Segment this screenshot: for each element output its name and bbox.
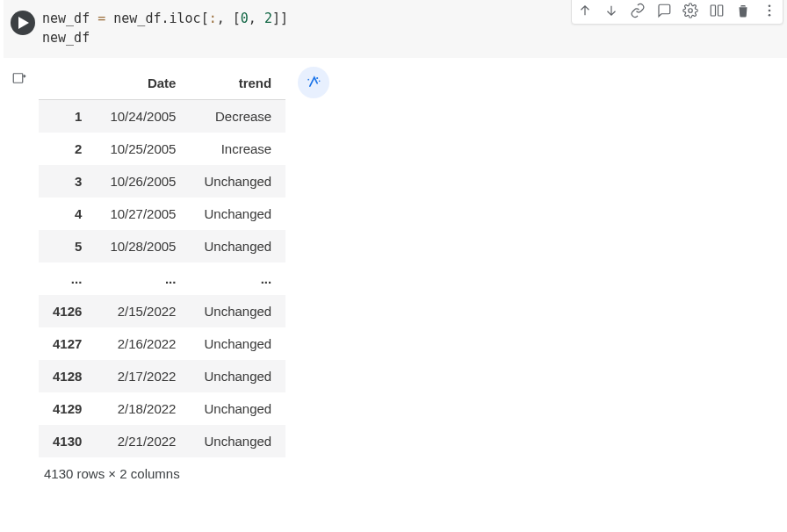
more-button[interactable] — [756, 0, 783, 24]
mirror-button[interactable] — [704, 0, 730, 24]
code-token: 2 — [264, 11, 272, 26]
cell-trend: Unchanged — [190, 425, 285, 457]
table-row: 41292/18/2022Unchanged — [39, 392, 285, 425]
move-down-button[interactable] — [598, 0, 625, 24]
code-token: new_df.iloc — [105, 11, 200, 26]
svg-rect-1 — [711, 5, 715, 16]
cell-date: ... — [96, 262, 190, 295]
output-icon[interactable] — [11, 70, 28, 481]
cell-toolbar — [571, 0, 783, 25]
dataframe-shape: 4130 rows × 2 columns — [39, 457, 285, 481]
dataframe-output: Date trend 110/24/2005Decrease210/25/200… — [39, 67, 285, 481]
table-row: 210/25/2005Increase — [39, 133, 285, 165]
code-editor[interactable]: new_df = new_df.iloc[:, [0, 2]] new_df — [42, 9, 288, 47]
link-button[interactable] — [625, 0, 651, 24]
code-cell: new_df = new_df.iloc[:, [0, 2]] new_df — [0, 0, 787, 58]
row-index: ... — [39, 262, 96, 295]
cell-date: 10/24/2005 — [96, 100, 190, 133]
dataframe-table: Date trend 110/24/2005Decrease210/25/200… — [39, 67, 285, 457]
run-button[interactable] — [11, 11, 35, 35]
svg-point-5 — [769, 14, 771, 17]
row-index: 4127 — [39, 327, 96, 360]
svg-point-0 — [689, 9, 693, 13]
svg-point-8 — [319, 81, 321, 83]
svg-point-9 — [308, 79, 310, 81]
table-header-row: Date trend — [39, 67, 285, 100]
table-row: 310/26/2005Unchanged — [39, 165, 285, 198]
row-index: 4128 — [39, 360, 96, 392]
svg-rect-6 — [13, 74, 23, 83]
code-token: : — [209, 11, 217, 26]
cell-trend: ... — [190, 262, 285, 295]
cell-date: 2/21/2022 — [96, 425, 190, 457]
row-index: 4130 — [39, 425, 96, 457]
run-gutter — [4, 9, 42, 47]
svg-point-3 — [769, 4, 771, 7]
code-token: [ — [201, 11, 209, 26]
cell-trend: Unchanged — [190, 327, 285, 360]
row-index: 4 — [39, 198, 96, 230]
cell-date: 10/27/2005 — [96, 198, 190, 230]
row-index: 1 — [39, 100, 96, 133]
delete-button[interactable] — [730, 0, 756, 24]
cell-output: Date trend 110/24/2005Decrease210/25/200… — [0, 58, 787, 481]
row-index: 3 — [39, 165, 96, 198]
row-index: 4126 — [39, 295, 96, 327]
cell-date: 2/16/2022 — [96, 327, 190, 360]
cell-trend: Unchanged — [190, 198, 285, 230]
row-index: 2 — [39, 133, 96, 165]
cell-trend: Unchanged — [190, 165, 285, 198]
cell-date: 2/17/2022 — [96, 360, 190, 392]
table-row: ......... — [39, 262, 285, 295]
svg-rect-2 — [718, 5, 723, 16]
table-row: 110/24/2005Decrease — [39, 100, 285, 133]
table-row: 41282/17/2022Unchanged — [39, 360, 285, 392]
table-row: 510/28/2005Unchanged — [39, 230, 285, 262]
table-row: 41262/15/2022Unchanged — [39, 295, 285, 327]
table-row: 41302/21/2022Unchanged — [39, 425, 285, 457]
code-token: ] — [280, 11, 288, 26]
column-header: trend — [190, 67, 285, 100]
code-token: ] — [272, 11, 280, 26]
cell-date: 10/25/2005 — [96, 133, 190, 165]
table-row: 41272/16/2022Unchanged — [39, 327, 285, 360]
output-body: Date trend 110/24/2005Decrease210/25/200… — [39, 58, 329, 481]
cell-trend: Unchanged — [190, 360, 285, 392]
cell-trend: Unchanged — [190, 230, 285, 262]
code-token: new_df — [42, 11, 97, 26]
svg-point-4 — [769, 10, 771, 12]
settings-button[interactable] — [677, 0, 704, 24]
output-gutter — [0, 58, 39, 481]
comment-button[interactable] — [651, 0, 677, 24]
cell-date: 2/18/2022 — [96, 392, 190, 425]
table-row: 410/27/2005Unchanged — [39, 198, 285, 230]
cell-date: 10/28/2005 — [96, 230, 190, 262]
code-token: 0 — [241, 11, 249, 26]
code-token: [ — [233, 11, 241, 26]
code-token: new_df — [42, 30, 90, 46]
index-header — [39, 67, 96, 100]
cell-trend: Increase — [190, 133, 285, 165]
cell-date: 10/26/2005 — [96, 165, 190, 198]
cell-date: 2/15/2022 — [96, 295, 190, 327]
row-index: 5 — [39, 230, 96, 262]
svg-point-7 — [316, 77, 318, 79]
row-index: 4129 — [39, 392, 96, 425]
code-token: , — [249, 11, 264, 26]
cell-trend: Unchanged — [190, 392, 285, 425]
code-token: , — [217, 11, 233, 26]
move-up-button[interactable] — [572, 0, 598, 24]
cell-trend: Unchanged — [190, 295, 285, 327]
cell-trend: Decrease — [190, 100, 285, 133]
suggest-charts-button[interactable] — [298, 67, 329, 98]
code-token: = — [97, 11, 105, 26]
column-header: Date — [96, 67, 190, 100]
